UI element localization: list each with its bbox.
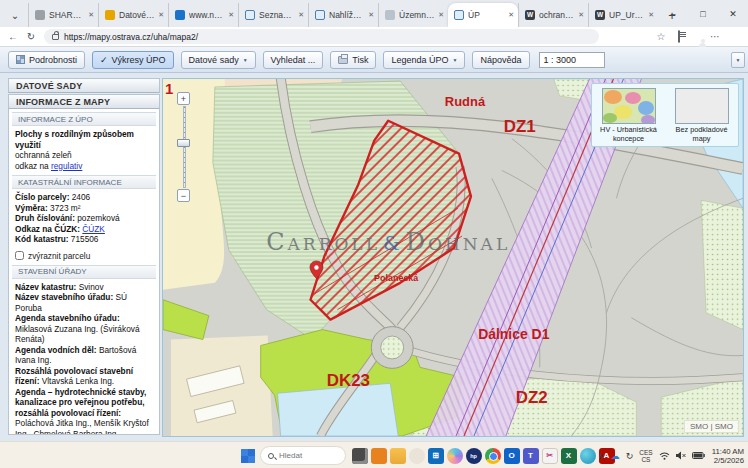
tab-nahlizeni[interactable]: www.nahlizen ✕ (168, 3, 238, 27)
chrome-icon[interactable] (485, 448, 501, 464)
magnifier-icon (175, 10, 185, 20)
section-katastralni-informace: KATASTRÁLNÍ INFORMACE (12, 175, 156, 189)
tab-close-icon[interactable]: ✕ (578, 11, 584, 19)
microsoft-store-icon[interactable]: ⊞ (428, 448, 444, 464)
tray-expand-icon[interactable]: ∧ (598, 451, 605, 461)
sync-icon[interactable]: ↻ (626, 451, 634, 461)
tab-close-icon[interactable]: ✕ (158, 11, 164, 19)
start-button[interactable] (241, 449, 255, 463)
tab-shared-list[interactable]: SHARED LIST ✕ (28, 3, 98, 27)
datove-sady-label: Datové sady (189, 55, 239, 65)
basemap-label-hv: HV - Urbanistická koncepce (597, 126, 661, 143)
tab-close-icon[interactable]: ✕ (228, 11, 234, 19)
label-dk23: DK23 (327, 371, 370, 390)
bookmark-star-icon[interactable]: ☆ (652, 31, 670, 42)
row-value: 3723 m² (48, 203, 81, 213)
tab-nahlizeni-do[interactable]: Nahlížení do ✕ (308, 3, 378, 27)
zoom-track[interactable] (183, 106, 186, 188)
edge-browser-icon[interactable] (409, 448, 425, 464)
tab-up-active[interactable]: ÚP ✕ (448, 3, 518, 27)
photos-app-icon[interactable] (580, 448, 596, 464)
tisk-label: Tisk (352, 55, 368, 65)
section-informace-z-upo: INFORMACE Z ÚPO (12, 112, 156, 126)
map-app-toolbar: Podrobnosti ✓ Výkresy ÚPO Datové sady ▼ … (0, 47, 748, 73)
volume-muted-icon[interactable] (676, 451, 686, 460)
cuzk-link[interactable]: ČÚZK (82, 224, 105, 234)
tab-close-icon[interactable]: ✕ (438, 11, 444, 19)
copilot-app-icon[interactable] (447, 448, 463, 464)
tab-close-icon[interactable]: ✕ (508, 11, 514, 19)
scale-input[interactable] (539, 52, 605, 68)
wordpress-icon: W (595, 10, 605, 20)
tab-close-icon[interactable]: ✕ (648, 11, 654, 19)
snipping-tool-icon[interactable]: ✂ (542, 448, 558, 464)
podrobnosti-button[interactable]: Podrobnosti (8, 51, 85, 69)
mini-map (603, 89, 655, 123)
outlook-icon[interactable]: O (504, 448, 520, 464)
address-bar-actions: ☆ ⋯ (652, 31, 748, 42)
hp-app-icon[interactable]: hp (466, 448, 482, 464)
battery-icon[interactable] (692, 452, 705, 459)
language-line2: CS (641, 456, 650, 463)
vykresy-upo-toggle[interactable]: ✓ Výkresy ÚPO (92, 51, 174, 69)
excel-icon[interactable]: X (561, 448, 577, 464)
more-menu-icon[interactable]: ⋯ (706, 31, 724, 42)
maximize-button[interactable]: □ (688, 0, 718, 27)
map-viewport[interactable]: Rudná DZ1 Polanecká Dálnice D1 DK23 DZ2 … (162, 78, 744, 437)
tab-close-icon[interactable]: ✕ (298, 11, 304, 19)
tab-close-icon[interactable]: ✕ (88, 11, 94, 19)
language-indicator[interactable]: CES CS (639, 449, 652, 463)
watermark-ampersand: & (383, 232, 403, 254)
regulativ-link[interactable]: regulativ (51, 161, 82, 171)
highlight-parcel-checkbox[interactable] (15, 251, 24, 260)
scale-combo-caret[interactable]: ▼ (731, 52, 745, 68)
collections-icon[interactable] (670, 31, 688, 42)
tab-label: UP_Urbanism (609, 10, 645, 20)
taskbar-search[interactable] (260, 446, 346, 465)
label-polanecka: Polanecká (374, 273, 418, 283)
legenda-upo-dropdown[interactable]: Legenda ÚPO ▼ (383, 51, 465, 69)
tisk-button[interactable]: Tisk (330, 51, 376, 69)
wordpress-icon: W (525, 10, 535, 20)
tab-close-icon[interactable]: ✕ (368, 11, 374, 19)
zoom-out-button[interactable]: − (177, 189, 190, 202)
office-app-icon[interactable] (371, 448, 387, 464)
window-controls: – □ ✕ (658, 0, 748, 27)
sidebar-item-informace-z-mapy[interactable]: INFORMACE Z MAPY (8, 94, 160, 109)
taskbar-clock[interactable]: 11:40 AM 2/5/2026 (712, 447, 744, 465)
napoveda-button[interactable]: Nápověda (472, 51, 529, 69)
tab-up-urbanismus[interactable]: W UP_Urbanism ✕ (588, 3, 658, 27)
basemap-option-none[interactable]: Bez podkladové mapy (670, 88, 734, 146)
tab-search-button[interactable]: ⌄ (4, 5, 26, 25)
zoom-handle[interactable] (177, 139, 190, 147)
basemap-option-hv[interactable]: HV - Urbanistická koncepce (597, 88, 661, 146)
search-input[interactable] (279, 451, 334, 460)
tab-label: ochranna_zel (539, 10, 575, 20)
tab-uzemni-plan[interactable]: Územní plán ✕ (378, 3, 448, 27)
watermark-carroll-dohnal: Carroll&Dohnal (266, 228, 510, 256)
tab-seznam-nemovitosti[interactable]: Seznam nem ✕ (238, 3, 308, 27)
url-field[interactable]: https://mapy.ostrava.cz/uha/mapa2/ (44, 29, 599, 44)
row-odkaz-cuzk: Odkaz na ČÚZK: ČÚZK (15, 224, 153, 235)
row-kod-katastru: Kód katastru: 715506 (15, 234, 153, 245)
back-button[interactable]: ← (4, 31, 22, 42)
wifi-icon[interactable] (659, 451, 670, 460)
legenda-label: Legenda ÚPO (391, 55, 448, 65)
system-tray: ∧ ☁ ↻ CES CS 11:40 AM 2/5/2026 (595, 442, 744, 468)
teams-icon[interactable]: T (523, 448, 539, 464)
chevron-down-icon: ▼ (453, 57, 458, 63)
onedrive-cloud-icon[interactable]: ☁ (611, 451, 620, 461)
file-explorer-icon[interactable] (390, 448, 406, 464)
tab-datove-schranky[interactable]: Datové schrá ✕ (98, 3, 168, 27)
task-view-icon[interactable] (352, 448, 368, 464)
vyhledat-button[interactable]: Vyhledat ... (263, 51, 324, 69)
datove-sady-dropdown[interactable]: Datové sady ▼ (181, 51, 256, 69)
highlight-parcel-label: zvýraznit parcelu (28, 251, 90, 261)
tab-ochranna-zelen[interactable]: W ochranna_zel ✕ (518, 3, 588, 27)
row-vymera: Výměra: 3723 m² (15, 203, 153, 214)
close-button[interactable]: ✕ (718, 0, 748, 27)
zoom-in-button[interactable]: + (177, 92, 190, 105)
sidebar-item-datove-sady[interactable]: DATOVÉ SADY (8, 78, 160, 93)
refresh-button[interactable]: ↻ (22, 31, 40, 42)
minimize-button[interactable]: – (658, 0, 688, 27)
